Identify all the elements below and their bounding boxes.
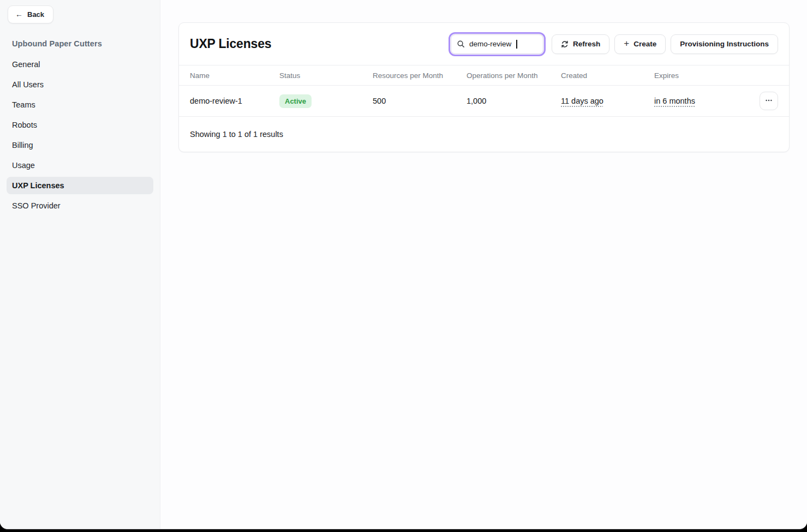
sidebar-item-general[interactable]: General xyxy=(7,56,153,73)
create-button[interactable]: + Create xyxy=(614,34,666,54)
created-cell: 11 days ago xyxy=(561,97,654,105)
expires-value[interactable]: in 6 months xyxy=(654,97,695,105)
sidebar-item-sso-provider[interactable]: SSO Provider xyxy=(7,197,153,214)
created-value[interactable]: 11 days ago xyxy=(561,97,603,105)
column-header-expires: Expires xyxy=(654,71,756,80)
column-header-name: Name xyxy=(190,71,279,80)
uxp-licenses-card: UXP Licenses demo-review xyxy=(178,22,790,152)
ellipsis-icon xyxy=(765,97,773,106)
search-icon xyxy=(457,40,465,48)
row-actions-menu-button[interactable] xyxy=(760,92,778,110)
refresh-button[interactable]: Refresh xyxy=(552,34,609,54)
provisioning-instructions-label: Provisioning Instructions xyxy=(680,40,769,48)
column-header-status: Status xyxy=(279,71,373,80)
column-header-operations: Operations per Month xyxy=(467,71,561,80)
operations-per-month-value: 1,000 xyxy=(467,97,561,105)
refresh-button-label: Refresh xyxy=(573,40,600,48)
sidebar-item-usage[interactable]: Usage xyxy=(7,157,153,174)
table-footer: Showing 1 to 1 of 1 results xyxy=(179,117,789,152)
org-name-heading: Upbound Paper Cutters xyxy=(12,39,152,48)
license-name: demo-review-1 xyxy=(190,97,279,105)
main-content: UXP Licenses demo-review xyxy=(160,0,807,529)
sidebar-item-all-users[interactable]: All Users xyxy=(7,76,153,93)
plus-icon: + xyxy=(624,39,629,48)
page-title: UXP Licenses xyxy=(190,37,271,51)
resources-per-month-value: 500 xyxy=(373,97,467,105)
back-button-label: Back xyxy=(27,10,44,19)
column-header-resources: Resources per Month xyxy=(373,71,467,80)
status-cell: Active xyxy=(279,94,373,108)
arrow-left-icon: ← xyxy=(15,10,23,18)
header-actions: demo-review Refresh xyxy=(451,34,778,54)
text-caret xyxy=(516,40,517,49)
column-header-created: Created xyxy=(561,71,654,80)
provisioning-instructions-button[interactable]: Provisioning Instructions xyxy=(671,34,778,54)
create-button-label: Create xyxy=(633,40,656,48)
sidebar-nav: General All Users Teams Robots Billing U… xyxy=(8,56,152,214)
sidebar-item-billing[interactable]: Billing xyxy=(7,136,153,154)
app-window: ← Back Upbound Paper Cutters General All… xyxy=(0,0,807,529)
sidebar-item-uxp-licenses[interactable]: UXP Licenses xyxy=(7,177,153,194)
search-input-value: demo-review xyxy=(469,40,511,48)
table-row: demo-review-1 Active 500 1,000 11 days a… xyxy=(179,86,789,117)
status-badge: Active xyxy=(279,94,312,108)
card-header: UXP Licenses demo-review xyxy=(179,23,789,65)
table-header-row: Name Status Resources per Month Operatio… xyxy=(179,65,789,86)
expires-cell: in 6 months xyxy=(654,97,756,105)
results-count-text: Showing 1 to 1 of 1 results xyxy=(190,130,283,139)
back-button[interactable]: ← Back xyxy=(8,5,53,23)
search-input[interactable]: demo-review xyxy=(451,34,543,54)
refresh-icon xyxy=(561,40,569,48)
sidebar-item-teams[interactable]: Teams xyxy=(7,96,153,113)
sidebar-item-robots[interactable]: Robots xyxy=(7,116,153,134)
settings-sidebar: ← Back Upbound Paper Cutters General All… xyxy=(0,0,160,529)
